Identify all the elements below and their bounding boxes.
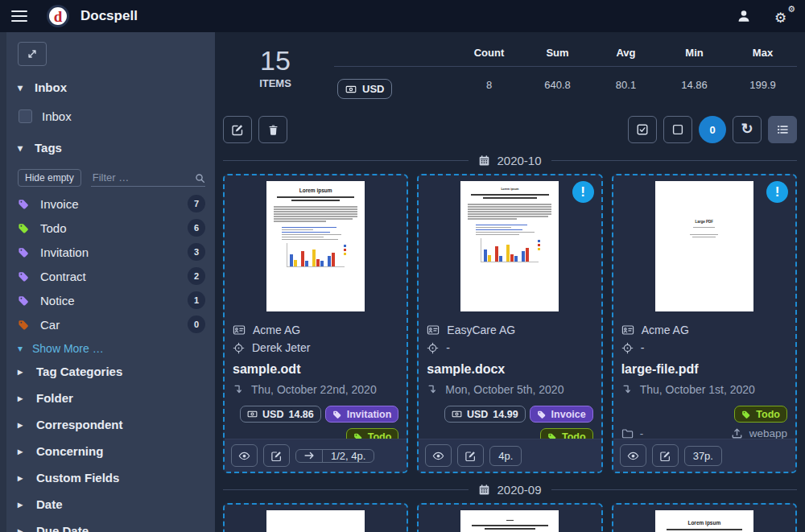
item-preview[interactable]: Large PDF ! <box>613 175 795 314</box>
arrow-down-icon <box>427 384 438 395</box>
preview-title: Lorem ipsum <box>274 188 357 193</box>
sidebar-section-correspondent[interactable]: ▸ Correspondent <box>18 411 205 438</box>
edit-item-button[interactable] <box>652 444 679 467</box>
tag-item-notice[interactable]: Notice 1 <box>18 288 205 312</box>
amount-badge: USD 14.99 <box>444 406 526 423</box>
next-attachment-button[interactable] <box>296 450 323 462</box>
refresh-button[interactable]: ↻ <box>733 116 762 143</box>
item-title: large-file.pdf <box>621 362 787 377</box>
inbox-checkbox[interactable] <box>19 109 32 123</box>
tag-label: Contract <box>40 270 177 283</box>
sidebar-section-concerning[interactable]: ▸ Concerning <box>18 438 205 464</box>
item-preview[interactable]: Lorem ipsum <box>225 175 407 314</box>
sidebar-scrollbar[interactable] <box>0 32 6 532</box>
edit-icon <box>231 123 244 136</box>
section-label: Folder <box>36 391 73 405</box>
list-view-button[interactable] <box>768 116 797 143</box>
tag-badge-label: Invitation <box>347 409 392 420</box>
item-card[interactable]: Lorem ipsum <box>612 503 797 532</box>
hamburger-menu-icon[interactable] <box>11 10 27 23</box>
preview-item-button[interactable] <box>425 444 452 467</box>
delete-selection-button[interactable] <box>258 116 287 143</box>
items-count-block: 15 ITEMS <box>223 47 328 89</box>
item-preview[interactable]: Keywords in PDF <box>225 505 407 532</box>
sidebar-section-tags[interactable]: ▾ Tags <box>18 141 205 155</box>
gear-icon[interactable]: ⚙ ⚙ <box>774 7 794 25</box>
tag-badge-label: Invoice <box>551 409 586 420</box>
pages-group: 37p. <box>684 446 722 466</box>
stats-sum-value: 640.8 <box>523 67 592 111</box>
edit-icon <box>659 450 671 462</box>
folder-icon <box>621 427 634 439</box>
item-card-sample-docx[interactable]: Lorem ipsum <box>417 174 602 473</box>
stats-header-sum: Sum <box>523 40 592 67</box>
preview-chart <box>481 238 539 262</box>
edit-selection-button[interactable] <box>223 116 252 143</box>
sidebar-section-date[interactable]: ▸ Date <box>18 491 205 518</box>
stats-summary: 15 ITEMS Count Sum Avg Min Max USD <box>223 40 797 111</box>
show-more-tags[interactable]: ▾ Show More … <box>18 342 205 355</box>
tag-item-contract[interactable]: Contract 2 <box>18 264 205 288</box>
item-card-sample-odt[interactable]: Lorem ipsum <box>223 174 408 473</box>
items-toolbar: 0 ↻ <box>223 116 797 143</box>
tag-count-badge: 2 <box>188 267 205 285</box>
item-preview[interactable]: Lorem ipsum <box>419 175 601 314</box>
selection-count-badge[interactable]: 0 <box>699 116 726 143</box>
tag-icon <box>741 410 751 419</box>
preview-item-button[interactable] <box>620 444 646 467</box>
item-card[interactable]: Keywords in PDF <box>223 503 408 532</box>
edit-item-button[interactable] <box>457 444 484 467</box>
docspell-logo[interactable]: d <box>47 5 69 27</box>
caret-right-icon: ▸ <box>18 499 26 510</box>
stats-max-value: 199.9 <box>729 67 797 111</box>
app-title: Docspell <box>80 8 138 24</box>
tag-item-invoice[interactable]: Invoice 7 <box>18 192 205 216</box>
tag-icon <box>18 246 30 258</box>
tag-icon <box>18 319 30 331</box>
calendar-icon <box>478 484 490 496</box>
item-card-grid: Lorem ipsum <box>223 174 797 473</box>
preview-document: Keywords in PDF <box>266 510 365 532</box>
tag-label: Todo <box>40 221 177 235</box>
preview-title: Lorem ipsum <box>663 520 746 526</box>
stats-avg-value: 80.1 <box>592 67 660 111</box>
sidebar-section-due-date[interactable]: ▸ Due Date <box>18 518 205 532</box>
square-icon <box>671 123 684 136</box>
items-count-value: 15 <box>223 47 328 76</box>
eye-icon <box>238 450 250 462</box>
sidebar-section-folder[interactable]: ▸ Folder <box>18 385 205 411</box>
tag-icon <box>18 295 30 307</box>
tag-item-todo[interactable]: Todo 6 <box>18 216 205 240</box>
expand-sidebar-button[interactable] <box>18 42 47 66</box>
inbox-filter-item[interactable]: Inbox <box>19 109 205 123</box>
tag-filter-input[interactable] <box>91 169 205 187</box>
preview-title: Large PDF <box>663 220 746 224</box>
item-card-large-file-pdf[interactable]: Large PDF ! Acme AG <box>612 174 797 473</box>
search-sidebar: ▾ Inbox Inbox ▾ Tags Hide empty <box>0 32 215 532</box>
expand-arrows-icon <box>27 48 38 60</box>
sidebar-section-tag-categories[interactable]: ▸ Tag Categories <box>18 358 205 385</box>
pages-group: 1/2, 4p. <box>295 449 374 463</box>
caret-right-icon: ▸ <box>18 446 26 457</box>
item-card[interactable] <box>417 503 602 532</box>
deselect-all-button[interactable] <box>663 116 692 143</box>
caret-right-icon: ▸ <box>18 472 26 484</box>
user-icon[interactable] <box>736 8 752 24</box>
tag-label: Invoice <box>40 197 177 211</box>
hide-empty-button[interactable]: Hide empty <box>18 169 81 187</box>
tag-item-car[interactable]: Car 0 <box>18 312 205 336</box>
tag-item-invitation[interactable]: Invitation 3 <box>18 240 205 264</box>
section-label: Tag Categories <box>36 365 122 378</box>
sidebar-section-inbox[interactable]: ▾ Inbox <box>18 80 205 94</box>
select-all-button[interactable] <box>628 116 657 143</box>
correspondent-row: EasyCare AG <box>427 324 592 336</box>
item-preview[interactable]: Lorem ipsum <box>613 505 795 532</box>
amount-value: 14.99 <box>493 409 518 420</box>
item-preview[interactable] <box>419 505 601 532</box>
list-icon <box>776 123 789 136</box>
preview-item-button[interactable] <box>231 444 258 467</box>
edit-item-button[interactable] <box>263 444 290 467</box>
sidebar-section-custom-fields[interactable]: ▸ Custom Fields <box>18 464 205 491</box>
eye-icon <box>432 450 444 462</box>
correspondent-row: Acme AG <box>233 324 398 336</box>
